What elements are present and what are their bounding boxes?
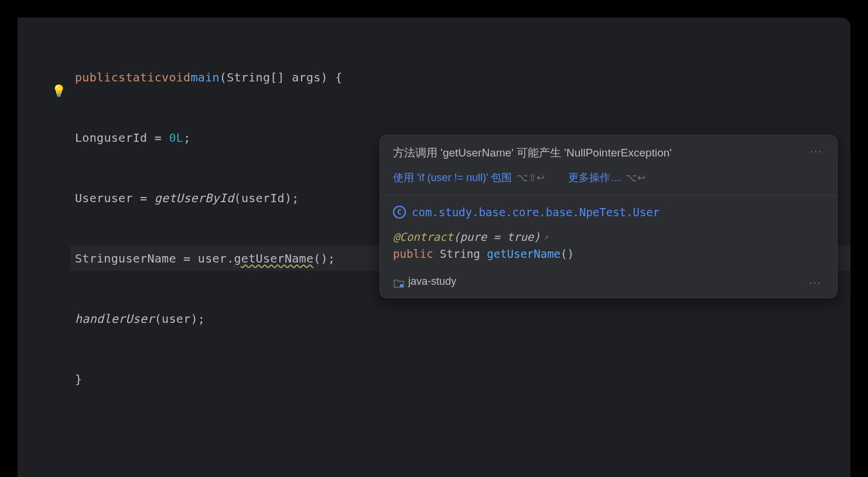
- quick-fix-link[interactable]: 使用 'if (user != null)' 包围: [393, 172, 512, 183]
- module-name: java-study: [408, 274, 456, 289]
- class-path-link[interactable]: com.study.base.core.base.NpeTest.User: [412, 204, 659, 221]
- more-actions-link[interactable]: 更多操作…: [568, 172, 621, 183]
- value: true: [507, 230, 534, 243]
- svg-rect-0: [400, 284, 403, 287]
- keyword: public: [75, 69, 118, 86]
- external-link-icon[interactable]: ↗: [544, 231, 549, 243]
- method: main: [190, 69, 219, 86]
- code-editor[interactable]: 💡 public static void main(String[] args)…: [18, 18, 850, 477]
- more-options-icon[interactable]: ⋮: [807, 277, 824, 287]
- keyword: void: [162, 69, 190, 86]
- variable: userName: [118, 250, 176, 267]
- code-line: }: [75, 366, 850, 391]
- lightbulb-icon[interactable]: 💡: [52, 82, 66, 100]
- blank-line: [75, 427, 850, 452]
- more-options-icon[interactable]: ⋮: [808, 146, 825, 155]
- params: (String[] args) {: [220, 69, 343, 86]
- shortcut-hint: ⌥⇧↩: [517, 172, 545, 183]
- type: String: [440, 247, 480, 260]
- method-call: getUserById: [155, 189, 234, 207]
- class-icon: C: [393, 206, 406, 219]
- number: 0L: [169, 129, 183, 146]
- type: User: [75, 189, 104, 207]
- annotation: @Contract: [393, 230, 453, 243]
- variable: userId: [104, 129, 147, 146]
- keyword: static: [118, 69, 162, 86]
- tooltip-message: 方法调用 'getUserName' 可能产生 'NullPointerExce…: [393, 145, 824, 162]
- type: String: [75, 250, 118, 267]
- inspection-tooltip: 方法调用 'getUserName' 可能产生 'NullPointerExce…: [380, 135, 838, 298]
- gutter: 💡: [18, 18, 70, 477]
- method-signature: getUserName: [487, 247, 561, 260]
- shortcut-hint: ⌥↩: [626, 172, 645, 183]
- code-line: public static void main(String[] args) {: [75, 64, 850, 90]
- code-line: handlerUser(user);: [75, 306, 850, 331]
- method-call: handlerUser: [75, 310, 155, 328]
- type: Long: [75, 129, 104, 146]
- param: pure: [460, 230, 487, 243]
- keyword: public: [393, 247, 433, 260]
- warning-method: getUserName: [234, 250, 314, 267]
- variable: user: [104, 189, 132, 207]
- module-icon: [393, 278, 404, 286]
